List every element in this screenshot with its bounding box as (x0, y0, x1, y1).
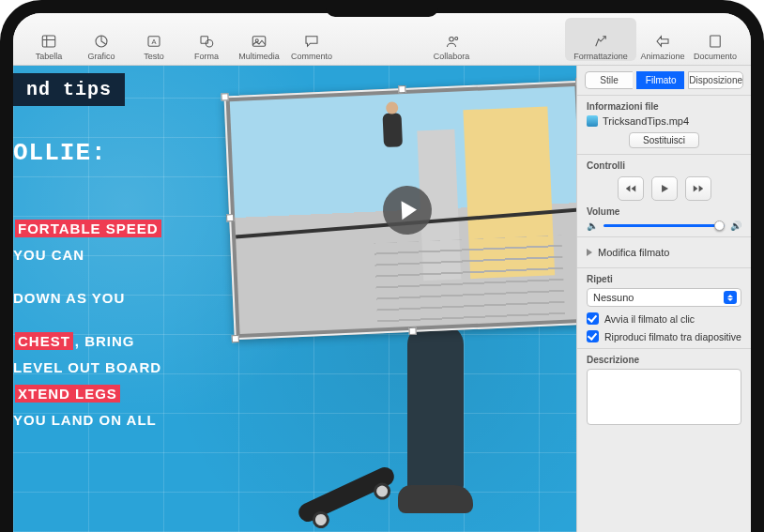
svg-rect-6 (201, 37, 208, 44)
tab-style[interactable]: Stile (585, 71, 633, 89)
resize-handle[interactable] (408, 327, 416, 335)
volume-low-icon: 🔈 (587, 220, 598, 231)
start-on-click-checkbox[interactable] (587, 312, 599, 325)
video-object[interactable] (224, 81, 576, 340)
slide-canvas[interactable]: nd tips OLLIE: FORTABLE SPEED YOU CAN DO… (13, 66, 576, 532)
media-button[interactable]: Multimedia (233, 18, 285, 61)
controls-heading: Controlli (587, 160, 741, 171)
resize-handle[interactable] (226, 214, 234, 221)
table-icon (39, 33, 58, 50)
text-icon: A (145, 33, 163, 50)
play-button[interactable] (651, 176, 678, 201)
repeat-value: Nessuno (593, 292, 634, 303)
resize-handle[interactable] (221, 93, 228, 100)
format-icon (591, 33, 610, 50)
chart-icon (92, 33, 111, 50)
chart-button[interactable]: Grafico (75, 18, 128, 61)
forward-button[interactable] (685, 176, 711, 201)
file-info-heading: Informazioni file (587, 101, 741, 112)
select-arrows-icon (724, 291, 737, 304)
comment-icon (302, 33, 321, 50)
shape-icon (197, 33, 216, 50)
edit-movie-disclosure[interactable]: Modifica filmato (587, 243, 741, 262)
description-textarea[interactable] (587, 369, 741, 425)
volume-slider[interactable] (604, 224, 725, 227)
svg-rect-8 (252, 37, 266, 47)
play-across-slides-label: Riproduci filmato tra diapositive (604, 331, 741, 342)
inspector-tabs: Stile Filmato Disposizione (577, 66, 751, 95)
text-button[interactable]: A Testo (128, 18, 180, 61)
comment-button[interactable]: Commento (285, 18, 338, 61)
media-icon (250, 33, 268, 50)
slide-subtitle[interactable]: OLLIE: (13, 139, 107, 167)
table-button[interactable]: Tabella (23, 18, 75, 61)
tab-arrange[interactable]: Disposizione (688, 71, 743, 89)
volume-heading: Volume (587, 206, 741, 217)
svg-text:A: A (151, 38, 156, 46)
slide-title-box[interactable]: nd tips (13, 73, 125, 106)
repeat-heading: Ripeti (587, 274, 741, 284)
replace-button[interactable]: Sostituisci (629, 132, 699, 148)
laptop-notch (326, 0, 438, 17)
format-inspector: Stile Filmato Disposizione Informazioni … (576, 66, 751, 532)
filename-label: TricksandTips.mp4 (603, 115, 689, 127)
slide-body-text[interactable]: FORTABLE SPEED YOU CAN DOWN AS YOU CHEST… (13, 216, 163, 433)
rewind-button[interactable] (618, 176, 644, 201)
svg-rect-0 (42, 36, 55, 47)
document-icon (706, 33, 725, 50)
shape-button[interactable]: Forma (180, 18, 233, 61)
quicktime-icon (587, 115, 598, 127)
svg-point-11 (455, 38, 458, 40)
main-toolbar: Tabella Grafico A Testo Forma Multimedia… (13, 13, 751, 66)
resize-handle[interactable] (398, 85, 405, 93)
play-across-slides-checkbox[interactable] (587, 330, 599, 342)
tab-movie[interactable]: Filmato (636, 71, 684, 89)
start-on-click-label: Avvia il filmato al clic (604, 313, 695, 325)
description-heading: Descrizione (587, 355, 741, 365)
disclosure-triangle-icon (587, 249, 592, 256)
file-info-row: TricksandTips.mp4 (587, 115, 741, 127)
collaborate-button[interactable]: Collabora (425, 18, 478, 61)
animate-button[interactable]: Animazione (636, 18, 689, 61)
svg-point-10 (450, 38, 454, 42)
document-button[interactable]: Documento (689, 18, 741, 61)
volume-high-icon: 🔊 (730, 220, 741, 231)
repeat-select[interactable]: Nessuno (587, 288, 741, 307)
animate-icon (653, 33, 672, 50)
svg-rect-12 (711, 36, 721, 47)
resize-handle[interactable] (232, 335, 239, 342)
skater-leg-graphic (407, 326, 464, 494)
svg-point-9 (255, 39, 258, 42)
format-button[interactable]: Formattazione (565, 18, 636, 61)
collaborate-icon (442, 33, 461, 50)
